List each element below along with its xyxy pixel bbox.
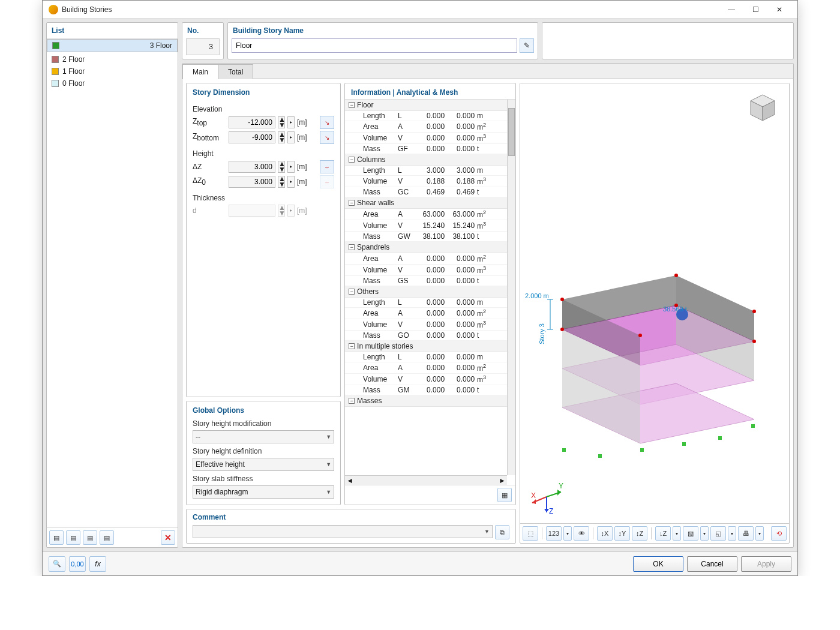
dz-input[interactable] — [229, 161, 275, 173]
stiff-select[interactable]: Rigid diaphragm▼ — [193, 485, 334, 499]
ztop-input[interactable] — [229, 116, 275, 128]
help-button[interactable]: 🔍 — [49, 556, 65, 572]
ztop-dropdown[interactable]: ▸ — [287, 116, 295, 128]
ztop-spinner[interactable]: ▲▼ — [278, 116, 285, 128]
view-tool-render[interactable]: ▧ — [683, 526, 698, 541]
zbot-pick-icon[interactable]: ↘ — [320, 131, 334, 144]
view-cube-icon[interactable] — [745, 92, 781, 124]
view-tool-reset[interactable]: ⟲ — [771, 526, 787, 541]
view-tool-numbers-dd[interactable]: ▾ — [563, 526, 572, 541]
info-vscrollbar[interactable] — [507, 100, 515, 475]
view-tool-render-dd[interactable]: ▾ — [700, 526, 709, 541]
hdef-select[interactable]: Effective height▼ — [193, 458, 334, 471]
svg-marker-30 — [532, 499, 536, 504]
name-input[interactable] — [232, 38, 517, 53]
dz0-input[interactable] — [229, 176, 275, 188]
tree-group-header[interactable]: −Others — [345, 286, 515, 298]
view-tool-x[interactable]: ↕X — [597, 526, 613, 541]
svg-rect-25 — [640, 448, 644, 452]
close-button[interactable]: ✕ — [767, 1, 791, 18]
list-tool-4[interactable]: ▤ — [100, 530, 114, 545]
tree-row: LengthL0.0000.000m — [345, 298, 515, 308]
ok-button[interactable]: OK — [633, 556, 683, 572]
mass-label: 38.569 t — [663, 305, 687, 313]
cancel-button[interactable]: Cancel — [687, 556, 737, 572]
zbot-label: Zbottom — [193, 132, 226, 142]
list-item[interactable]: 3 Floor — [47, 39, 178, 52]
view-tool-persp-dd[interactable]: ▾ — [728, 526, 736, 541]
dz0-label: ΔZ0 — [193, 176, 226, 187]
stiff-label: Story slab stiffness — [193, 475, 334, 483]
comment-library-icon[interactable]: ⧉ — [495, 525, 509, 539]
dialog-window: Building Stories — ☐ ✕ List 3 Floor2 Flo… — [42, 0, 798, 576]
titlebar: Building Stories — ☐ ✕ — [43, 1, 797, 19]
zbot-spinner[interactable]: ▲▼ — [278, 131, 285, 143]
list-tool-2[interactable]: ▤ — [66, 530, 80, 545]
minimize-button[interactable]: — — [719, 1, 743, 18]
number-panel: No. 3 — [182, 22, 224, 59]
zbot-input[interactable] — [229, 131, 275, 143]
tree-row: MassGM0.0000.000t — [345, 385, 515, 395]
tree-row: AreaA0.0000.000m2 — [345, 362, 515, 374]
tree-group-header[interactable]: −Columns — [345, 154, 515, 166]
info-export-icon[interactable]: ▦ — [497, 488, 512, 502]
view-tool-isolate[interactable]: ⬚ — [523, 526, 538, 541]
view-tool-print-dd[interactable]: ▾ — [755, 526, 764, 541]
list-tool-1[interactable]: ▤ — [49, 530, 64, 545]
building-3d-render — [526, 257, 766, 461]
zbot-dropdown[interactable]: ▸ — [287, 131, 295, 143]
tree-group-header[interactable]: −Shear walls — [345, 197, 515, 209]
view-tool-show[interactable]: 👁 — [574, 526, 589, 541]
tree-group-header[interactable]: −In multiple stories — [345, 341, 515, 352]
hmod-select[interactable]: --▼ — [193, 430, 334, 443]
svg-rect-23 — [562, 448, 566, 452]
name-panel: Building Story Name ✎ — [227, 22, 538, 59]
dz0-dropdown[interactable]: ▸ — [287, 176, 295, 188]
tree-group-header[interactable]: −Spandrels — [345, 242, 515, 253]
tree-row: MassGW38.10038.100t — [345, 232, 515, 242]
dz-dropdown[interactable]: ▸ — [287, 161, 295, 173]
dz0-spinner[interactable]: ▲▼ — [278, 176, 285, 188]
view-tool-numbers[interactable]: 123 — [546, 526, 562, 541]
comment-select[interactable]: ▼ — [193, 525, 493, 538]
tree-group-header[interactable]: −Masses — [345, 395, 515, 407]
ztop-pick-icon[interactable]: ↘ — [320, 116, 334, 129]
info-tree[interactable]: −FloorLengthL0.0000.000mAreaA0.0000.000m… — [345, 99, 515, 485]
global-header: Global Options — [193, 406, 334, 415]
view-tool-y[interactable]: ↕Y — [614, 526, 630, 541]
story-list[interactable]: 3 Floor2 Floor1 Floor0 Floor — [47, 39, 178, 527]
3d-viewport[interactable]: 2.000 m Story 3 38.569 t X Y Z — [520, 83, 789, 524]
fx-button[interactable]: fx — [89, 556, 106, 572]
no-value[interactable]: 3 — [186, 38, 220, 55]
tree-row: VolumeV0.0000.000m3 — [345, 319, 515, 331]
view-tool-zaxis[interactable]: ↓Z — [655, 526, 671, 541]
list-item[interactable]: 0 Floor — [47, 77, 178, 89]
view-tool-print[interactable]: 🖶 — [738, 526, 754, 541]
tree-row: VolumeV0.0000.000m3 — [345, 374, 515, 385]
maximize-button[interactable]: ☐ — [743, 1, 767, 18]
info-header: Information | Analytical & Mesh — [345, 83, 515, 99]
svg-text:Y: Y — [559, 482, 563, 490]
svg-point-16 — [560, 328, 564, 331]
list-item[interactable]: 1 Floor — [47, 65, 178, 77]
view-tool-z[interactable]: ↕Z — [632, 526, 647, 541]
tree-row: AreaA0.0000.000m2 — [345, 121, 515, 133]
tab-total[interactable]: Total — [218, 64, 253, 79]
info-hscrollbar[interactable]: ◄► — [345, 475, 507, 485]
tab-main[interactable]: Main — [182, 64, 218, 79]
list-item[interactable]: 2 Floor — [47, 53, 178, 65]
units-button[interactable]: 0,00 — [69, 556, 86, 572]
view-tool-persp[interactable]: ◱ — [710, 526, 726, 541]
view-tool-zaxis-dd[interactable]: ▾ — [673, 526, 681, 541]
tree-group-header[interactable]: −Floor — [345, 100, 515, 111]
view-panel: 2.000 m Story 3 38.569 t X Y Z — [520, 83, 790, 544]
tree-row: MassGF0.0000.000t — [345, 144, 515, 154]
delete-button[interactable]: ✕ — [161, 530, 175, 545]
tree-row: LengthL3.0003.000m — [345, 166, 515, 176]
edit-name-icon[interactable]: ✎ — [520, 38, 534, 53]
list-tool-3[interactable]: ▤ — [83, 530, 97, 545]
tree-row: LengthL0.0000.000m — [345, 111, 515, 121]
dz-pick-icon[interactable]: ↔ — [320, 160, 334, 173]
dz-spinner[interactable]: ▲▼ — [278, 161, 285, 173]
dimension-header: Story Dimension — [193, 88, 334, 97]
